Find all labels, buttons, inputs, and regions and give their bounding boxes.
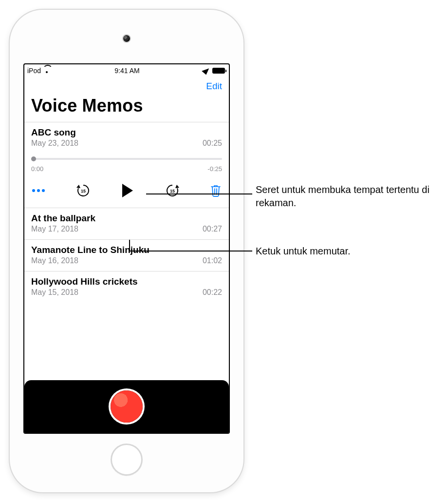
callout-line [129,240,130,251]
memo-date: May 23, 2018 [31,139,78,148]
memo-date: May 15, 2018 [31,288,78,297]
memo-row[interactable]: At the ballpark May 17, 2018 00:27 [24,208,229,239]
svg-text:15: 15 [80,189,85,193]
memo-row-selected[interactable]: ABC song May 23, 2018 00:25 0:00 -0:25 [24,122,229,208]
scrubber-track [31,158,222,160]
play-button[interactable] [121,183,134,198]
callout-scrub: Seret untuk membuka tempat tertentu di r… [256,183,436,210]
wifi-icon [43,68,51,74]
camera-dot [123,35,130,42]
nav-bar: Edit [24,77,229,93]
scrubber-knob[interactable] [31,156,36,161]
callout-line [146,193,252,194]
remaining-time: -0:25 [207,165,222,173]
memo-title: Hollywood Hills crickets [31,276,222,287]
more-button[interactable] [32,189,45,192]
memo-title: ABC song [31,127,222,138]
memo-row[interactable]: Yamanote Line to Shinjuku May 16, 2018 0… [24,239,229,271]
memo-date: May 17, 2018 [31,225,78,233]
memo-duration: 01:02 [203,256,222,265]
callout-play: Ketuk untuk memutar. [256,245,351,258]
clock: 9:41 AM [114,67,139,75]
record-button[interactable] [111,390,143,423]
carrier-label: iPod [27,67,41,75]
callout-line [130,251,252,252]
memo-title: Yamanote Line to Shinjuku [31,245,222,255]
home-button[interactable] [111,444,143,476]
page-title: Voice Memos [24,93,229,122]
playback-controls: 15 15 [32,183,221,198]
location-icon [202,66,211,75]
memo-row[interactable]: Hollywood Hills crickets May 15, 2018 00… [24,271,229,303]
memo-duration: 00:27 [203,225,222,233]
record-bar [24,380,229,433]
status-bar: iPod 9:41 AM [24,64,229,77]
memo-date: May 16, 2018 [31,256,78,265]
edit-button[interactable]: Edit [206,81,222,91]
memo-duration: 00:25 [203,139,222,148]
memo-title: At the ballpark [31,213,222,224]
elapsed-time: 0:00 [31,165,43,173]
scrubber[interactable] [31,155,222,162]
delete-button[interactable] [210,184,221,197]
battery-icon [212,68,225,74]
memo-duration: 00:22 [203,288,222,297]
skip-back-15-button[interactable]: 15 [76,184,91,197]
screen: iPod 9:41 AM Edit Voice Memos ABC song M… [23,63,230,434]
skip-forward-15-button[interactable]: 15 [165,184,180,197]
svg-text:15: 15 [169,189,174,193]
